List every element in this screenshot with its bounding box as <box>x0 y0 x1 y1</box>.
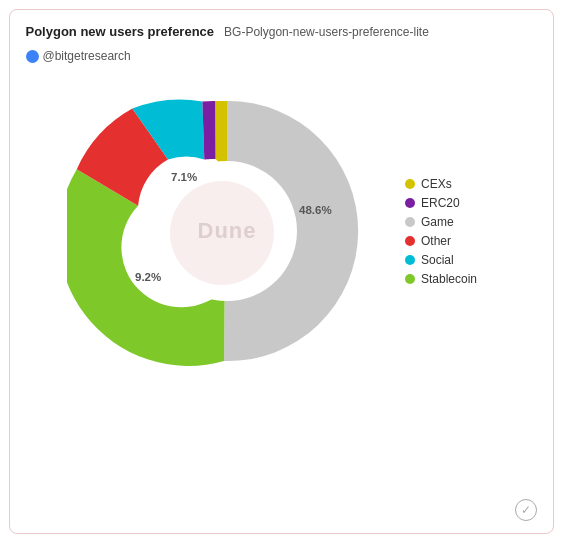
legend-label: Social <box>421 253 454 267</box>
legend-item: Social <box>405 253 495 267</box>
legend-dot <box>405 179 415 189</box>
chart-subtitle: BG-Polygon-new-users-preference-lite <box>224 25 429 39</box>
badge: @bitgetresearch <box>26 49 131 63</box>
legend-dot <box>405 217 415 227</box>
legend-dot <box>405 236 415 246</box>
legend-label: Stablecoin <box>421 272 477 286</box>
legend-label: Game <box>421 215 454 229</box>
legend-label: CEXs <box>421 177 452 191</box>
chart-title: Polygon new users preference <box>26 24 215 39</box>
card: Polygon new users preference BG-Polygon-… <box>9 9 554 534</box>
checkmark-icon: ✓ <box>515 499 537 521</box>
donut-chart: 48.6% 32.8% 9.2% 7.1% <box>67 71 387 391</box>
badge-text: @bitgetresearch <box>43 49 131 63</box>
legend: CEXsERC20GameOtherSocialStablecoin <box>405 177 495 286</box>
legend-item: ERC20 <box>405 196 495 210</box>
pct-social: 7.1% <box>171 171 197 183</box>
legend-item: CEXs <box>405 177 495 191</box>
watermark-bg <box>170 181 274 285</box>
chart-area: 48.6% 32.8% 9.2% 7.1% Dune CEXsERC20Game… <box>26 71 537 391</box>
legend-item: Stablecoin <box>405 272 495 286</box>
legend-dot <box>405 255 415 265</box>
pct-other: 9.2% <box>135 271 161 283</box>
badge-dot <box>26 50 39 63</box>
donut-container: 48.6% 32.8% 9.2% 7.1% Dune <box>67 71 387 391</box>
segment-erc20 <box>202 101 215 159</box>
legend-item: Other <box>405 234 495 248</box>
legend-item: Game <box>405 215 495 229</box>
legend-dot <box>405 198 415 208</box>
legend-label: Other <box>421 234 451 248</box>
header: Polygon new users preference BG-Polygon-… <box>26 24 537 63</box>
legend-dot <box>405 274 415 284</box>
legend-label: ERC20 <box>421 196 460 210</box>
pct-game: 48.6% <box>299 204 332 216</box>
